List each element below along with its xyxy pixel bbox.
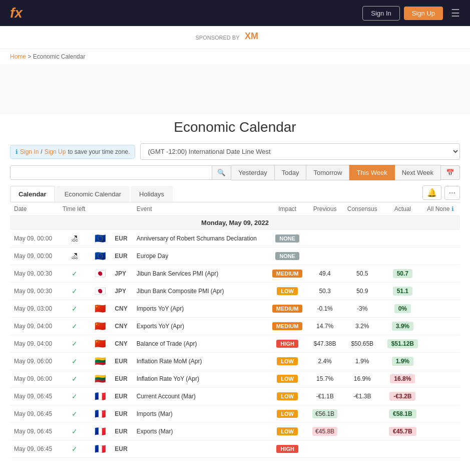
actual-value: €58.1B (389, 409, 416, 418)
col-header-time-left: Time left (59, 202, 91, 216)
actual-cell: 1.9% (382, 353, 423, 370)
table-row: May 09, 06:45 ✓ 🇫🇷 EUR Exports (Mar) LOW… (10, 423, 460, 440)
today-button[interactable]: Today (275, 165, 307, 180)
check-icon: ✓ (72, 322, 78, 330)
flag-cell: 🇯🇵 (91, 265, 111, 283)
table-row: May 09, 06:45 ✓ 🇫🇷 EUR Imports (Mar) LOW… (10, 405, 460, 423)
time-left-cell: ✓ (59, 318, 91, 335)
date-cell: May 09, 06:45 (10, 440, 59, 458)
check-icon: ✓ (72, 287, 78, 295)
hamburger-menu-button[interactable]: ☰ (451, 7, 460, 19)
impact-badge: NONE (275, 252, 299, 260)
holiday-icon: 🏖 (71, 234, 78, 243)
table-row: May 09, 06:00 ✓ 🇱🇹 EUR Inflation Rate Mo… (10, 353, 460, 370)
table-row: May 09, 04:00 ✓ 🇨🇳 CNY Balance of Trade … (10, 335, 460, 353)
time-left-cell: ✓ (59, 423, 91, 440)
timezone-signup-link[interactable]: Sign Up (45, 148, 66, 155)
previous-value: 50.3 (319, 288, 330, 295)
tab-calendar[interactable]: Calendar (10, 186, 55, 202)
impact-cell: NONE (267, 230, 308, 248)
flag-cell: 🇨🇳 (91, 335, 111, 353)
currency-cell: EUR (111, 230, 132, 248)
timezone-signin-link[interactable]: Sign In (20, 148, 39, 155)
all-none-label: All None (427, 205, 449, 212)
notification-cell (423, 265, 460, 283)
col-header-all-none[interactable]: All None ℹ (423, 202, 460, 216)
currency-cell: EUR (111, 248, 132, 265)
consensus-cell: 50.5 (342, 265, 382, 283)
check-icon: ✓ (72, 392, 78, 400)
check-icon: ✓ (72, 410, 78, 418)
notification-cell (423, 335, 460, 353)
table-row: May 09, 04:00 ✓ 🇨🇳 CNY Exports YoY (Apr)… (10, 318, 460, 335)
signin-button[interactable]: Sign In (362, 6, 399, 21)
calendar-picker-button[interactable]: 📅 (441, 165, 460, 180)
consensus-cell: -3% (342, 300, 382, 318)
event-cell: Exports (Mar) (133, 423, 267, 440)
notification-cell (423, 318, 460, 335)
all-none-info-icon: ℹ (451, 205, 454, 212)
check-icon: ✓ (72, 357, 78, 365)
consensus-cell (342, 440, 382, 458)
flag-cell: 🇫🇷 (91, 405, 111, 423)
table-row: May 09, 06:45 ✓ 🇫🇷 EUR HIGH (10, 440, 460, 458)
notifications-button[interactable]: 🔔 (422, 185, 441, 200)
breadcrumb: Home > Economic Calendar (0, 49, 470, 64)
next-week-button[interactable]: Next Week (395, 165, 441, 180)
time-left-cell: ✓ (59, 300, 91, 318)
search-icon: 🔍 (217, 169, 226, 176)
signup-button[interactable]: Sign Up (404, 7, 443, 20)
date-cell: May 09, 06:00 (10, 370, 59, 388)
check-icon: ✓ (72, 340, 78, 348)
consensus-cell (342, 248, 382, 265)
previous-cell: €56.1B (307, 405, 342, 423)
this-week-button[interactable]: This Week (349, 165, 394, 180)
event-cell: Inflation Rate YoY (Apr) (133, 370, 267, 388)
notification-cell (423, 423, 460, 440)
check-icon: ✓ (72, 427, 78, 435)
tab-holidays[interactable]: Holidays (131, 186, 173, 202)
impact-cell: LOW (267, 388, 308, 405)
previous-value: 49.4 (319, 270, 330, 277)
col-header-previous: Previous (307, 202, 342, 216)
consensus-value: 3.2% (355, 323, 369, 330)
time-left-cell: 🏖 (59, 230, 91, 248)
date-cell: May 09, 06:45 (10, 405, 59, 423)
event-cell: Imports (Mar) (133, 405, 267, 423)
all-none-header[interactable]: All None ℹ (427, 205, 456, 212)
search-button[interactable]: 🔍 (212, 165, 231, 180)
previous-cell: 15.7% (307, 370, 342, 388)
timezone-select[interactable]: (GMT -12:00) International Date Line Wes… (140, 143, 460, 160)
more-options-button[interactable]: ··· (444, 186, 460, 200)
table-row: May 09, 03:00 ✓ 🇨🇳 CNY Imports YoY (Apr)… (10, 300, 460, 318)
tab-economic-calendar[interactable]: Economic Calendar (56, 186, 130, 202)
tomorrow-button[interactable]: Tomorrow (306, 165, 349, 180)
impact-cell: LOW (267, 405, 308, 423)
previous-value: $47.38B (314, 340, 336, 347)
previous-value: -0.1% (317, 305, 332, 312)
impact-badge: MEDIUM (272, 322, 303, 330)
tabs-container: Calendar Economic Calendar Holidays (10, 186, 174, 202)
time-left-cell: ✓ (59, 440, 91, 458)
currency-cell: EUR (111, 388, 132, 405)
consensus-value: $50.65B (351, 340, 373, 347)
flag-cell: 🇨🇳 (91, 300, 111, 318)
actual-cell (382, 440, 423, 458)
date-cell: May 09, 04:00 (10, 318, 59, 335)
notification-cell (423, 405, 460, 423)
event-cell: Exports YoY (Apr) (133, 318, 267, 335)
search-input[interactable] (10, 165, 212, 180)
flag-cell: 🇪🇺 (91, 248, 111, 265)
previous-cell: $47.38B (307, 335, 342, 353)
impact-cell: LOW (267, 370, 308, 388)
page-title: Economic Calendar (10, 119, 460, 135)
date-cell: May 09, 00:00 (10, 230, 59, 248)
previous-cell: 49.4 (307, 265, 342, 283)
sponsor-bar: SPONSORED BY XM (0, 26, 470, 49)
col-header-actual: Actual (382, 202, 423, 216)
time-left-cell: ✓ (59, 388, 91, 405)
notification-cell (423, 440, 460, 458)
actual-cell: 50.7 (382, 265, 423, 283)
yesterday-button[interactable]: Yesterday (231, 165, 274, 180)
breadcrumb-home-link[interactable]: Home (10, 53, 26, 60)
